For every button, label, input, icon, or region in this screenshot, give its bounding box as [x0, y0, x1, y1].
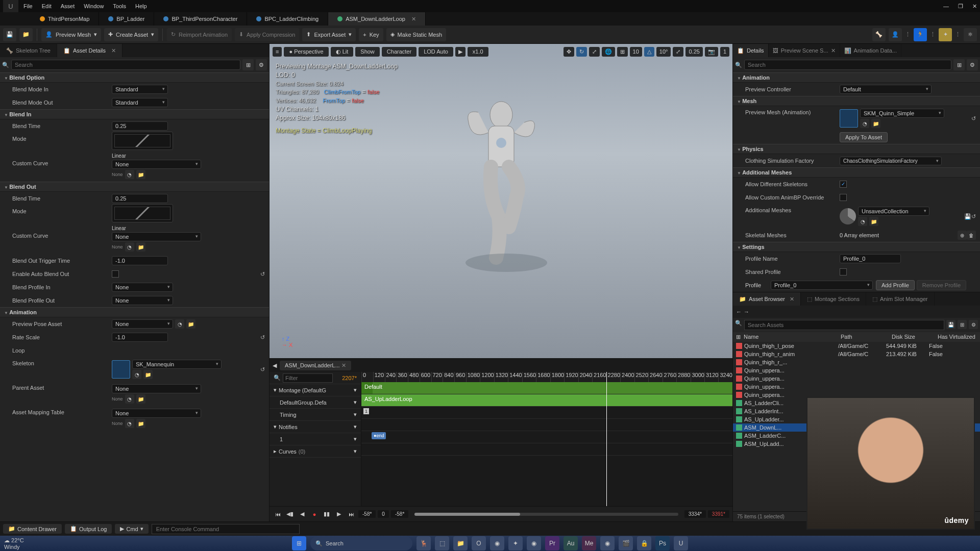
use-icon[interactable]: ◔ [125, 419, 134, 428]
anim-mode-icon[interactable]: 🏃 [914, 28, 927, 41]
pause-icon[interactable]: ▮▮ [322, 509, 332, 519]
save-icon[interactable]: 💾 [3, 28, 16, 41]
blend-mode-icon[interactable]: ✦ [939, 28, 952, 41]
tab-preview-scene[interactable]: 🖼 Preview Scene S... ✕ [769, 44, 840, 57]
asset-row[interactable]: Quinn_thigh_r_anim/All/Game/C213.492 KiB… [733, 350, 980, 358]
premiere-icon[interactable]: Pr [545, 536, 559, 550]
key-button[interactable]: + Key [359, 28, 383, 41]
shared-profile-checkbox[interactable] [840, 268, 847, 276]
expand-icon[interactable]: ▾ [274, 387, 277, 393]
collection-thumb[interactable] [840, 208, 856, 224]
skeleton-mode-icon[interactable]: 🦴 [872, 28, 886, 41]
curves-track[interactable] [361, 443, 732, 456]
save-all-icon[interactable]: 💾 [946, 320, 955, 329]
app-icon2[interactable]: 🎬 [619, 536, 633, 550]
grid-snap-icon[interactable]: ⊞ [617, 47, 628, 57]
dropdown-icon[interactable]: ▾ [354, 448, 357, 455]
close-icon[interactable]: ✕ [411, 16, 416, 22]
use-icon[interactable]: ◔ [858, 217, 867, 226]
create-asset-button[interactable]: ✚ Create Asset ▾ [104, 28, 158, 41]
browse-icon[interactable]: 📁 [136, 419, 145, 428]
skeleton-thumb[interactable] [112, 360, 130, 379]
mesh-thumb[interactable] [840, 109, 858, 128]
profile-dropdown[interactable]: Profile_0 [771, 281, 873, 290]
custom-curve-out-dropdown[interactable]: None [112, 232, 201, 241]
anim-track[interactable]: AS_UpLadderLoop [361, 394, 732, 407]
skeleton-dropdown[interactable]: SK_Mannequin [132, 360, 222, 369]
reimport-button[interactable]: ↻ Reimport Animation [167, 28, 232, 41]
task-view-icon[interactable]: ⬚ [435, 536, 449, 550]
next-frame-icon[interactable]: ▶ [334, 509, 344, 519]
scale-snap-icon[interactable]: ⤢ [673, 47, 683, 57]
save-icon[interactable]: 💾 [964, 213, 971, 220]
category-physics[interactable]: Physics [733, 144, 980, 154]
asset-mapping-dropdown[interactable]: None [112, 409, 201, 418]
compress-button[interactable]: ⬇ Apply Compression [235, 28, 299, 41]
tab-bp-ladder[interactable]: BP_Ladder [99, 12, 154, 26]
curve-preview-out[interactable] [112, 204, 173, 222]
add-profile-button[interactable]: Add Profile [876, 280, 915, 290]
blender-icon[interactable]: ◉ [600, 536, 615, 550]
chrome-icon[interactable]: ◉ [490, 536, 504, 550]
notify-marker[interactable]: ●end [372, 432, 386, 439]
settings-icon[interactable]: ⚙ [256, 59, 267, 70]
dropdown-icon[interactable]: ⋮ [955, 31, 961, 38]
allow-diff-checkbox[interactable] [840, 181, 847, 188]
blend-mode-in-dropdown[interactable]: Standard [112, 85, 168, 94]
menu-asset[interactable]: Asset [61, 3, 75, 9]
camera-value[interactable]: 1 [720, 47, 729, 57]
content-drawer-button[interactable]: 📁 Content Drawer [3, 524, 62, 534]
scale-tool-icon[interactable]: ⤢ [589, 47, 600, 57]
close-icon[interactable]: ✕ [341, 362, 346, 368]
viewport[interactable]: ≡ ● Perspective ◐ Lit Show Character LOD… [270, 44, 732, 358]
blend-time-in-input[interactable]: 0.25 [112, 121, 168, 131]
menu-file[interactable]: File [23, 3, 33, 9]
physics-mode-icon[interactable]: ⚛ [964, 28, 977, 41]
asset-row[interactable]: Quinn_uppera... [733, 374, 980, 383]
tab-thirdpersonmap[interactable]: ThirdPersonMap [31, 12, 99, 26]
tab-asset-browser[interactable]: 📁 Asset Browser ✕ [733, 292, 801, 306]
maximize-button[interactable]: ❐ [958, 3, 963, 10]
step-back-icon[interactable]: ◀▮ [285, 509, 295, 519]
nav-fwd-icon[interactable]: → [744, 309, 749, 315]
speed-button[interactable]: x1.0 [468, 47, 488, 57]
search-input[interactable] [11, 60, 240, 70]
reset-icon[interactable]: ↺ [260, 271, 265, 278]
menu-window[interactable]: Window [84, 3, 104, 9]
dropdown-icon[interactable]: ▾ [354, 411, 357, 418]
section-track[interactable]: Default [361, 382, 732, 394]
tab-anim-data[interactable]: 📊 Animation Data... [840, 44, 901, 57]
browse-icon[interactable]: 📁 [871, 119, 880, 128]
add-icon[interactable]: ⊕ [958, 231, 967, 240]
category-mesh[interactable]: Mesh [733, 96, 980, 106]
parent-asset-dropdown[interactable]: None [112, 384, 201, 393]
tab-anim-slot[interactable]: ⬚ Anim Slot Manager [866, 292, 935, 306]
browse-icon[interactable]: 📁 [869, 217, 878, 226]
lit-button[interactable]: ◐ Lit [331, 47, 354, 57]
category-animation-r[interactable]: Animation [733, 72, 980, 83]
perspective-button[interactable]: ● Perspective [284, 47, 328, 57]
static-mesh-button[interactable]: ◈ Make Static Mesh [386, 28, 446, 41]
notify-track[interactable]: ●end [361, 431, 732, 443]
asset-row[interactable]: Quinn_uppera... [733, 383, 980, 391]
filter-icon[interactable]: ⊞ [242, 59, 254, 70]
start-button[interactable]: ⊞ [292, 536, 306, 550]
category-blend-option[interactable]: Blend Option [0, 72, 269, 83]
tab-details[interactable]: 📋 Details [733, 44, 769, 57]
dropdown-icon[interactable]: ▾ [354, 436, 357, 442]
use-icon[interactable]: ◔ [125, 394, 134, 404]
dropdown-icon[interactable]: ▾ [354, 423, 357, 430]
mesh-mode-icon[interactable]: 👤 [889, 28, 902, 41]
tab-skeleton-tree[interactable]: 🦴 Skeleton Tree [0, 44, 57, 57]
timing-track[interactable]: 1 [361, 407, 732, 419]
dropdown-icon[interactable]: ▾ [354, 387, 357, 393]
use-icon[interactable]: ◔ [132, 370, 141, 379]
expand-icon[interactable]: ▾ [274, 423, 277, 430]
reset-icon[interactable]: ↺ [260, 366, 265, 373]
apply-to-asset-button[interactable]: Apply To Asset [840, 132, 888, 142]
allow-custom-checkbox[interactable] [840, 194, 847, 201]
expand-icon[interactable]: ▸ [274, 448, 277, 455]
preview-controller-dropdown[interactable]: Default [840, 85, 932, 94]
close-icon[interactable]: ✕ [790, 296, 794, 303]
dropdown-icon[interactable]: ▾ [354, 399, 357, 406]
